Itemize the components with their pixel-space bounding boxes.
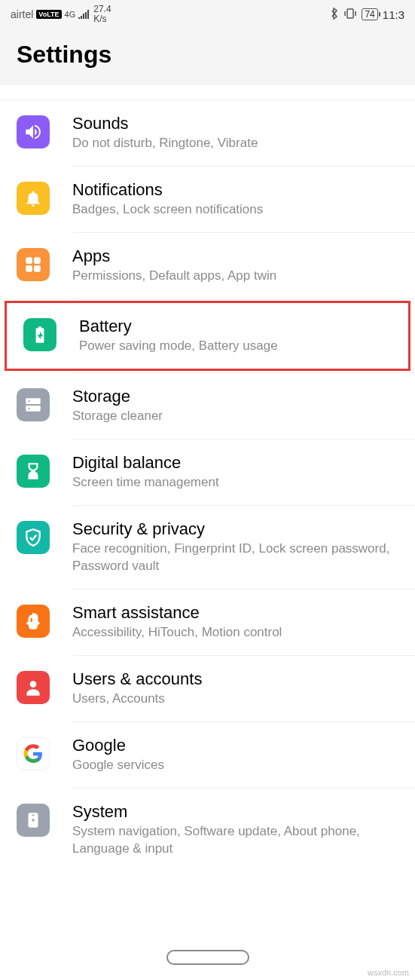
- security-icon: [17, 521, 50, 554]
- item-title: Users & accounts: [72, 669, 398, 689]
- item-subtitle: Power saving mode, Battery usage: [79, 338, 392, 355]
- item-subtitle: Accessibility, HiTouch, Motion control: [72, 624, 398, 642]
- settings-item-apps[interactable]: Apps Permissions, Default apps, App twin: [0, 233, 415, 299]
- settings-item-google[interactable]: Google Google services: [0, 722, 415, 788]
- settings-item-system[interactable]: System System navigation, Software updat…: [0, 789, 415, 871]
- settings-item-security[interactable]: Security & privacy Face recognition, Fin…: [0, 506, 415, 589]
- item-subtitle: Do not disturb, Ringtone, Vibrate: [72, 135, 398, 152]
- partial-row-top: [0, 85, 415, 100]
- divider: [72, 299, 415, 299]
- settings-item-users[interactable]: Users & accounts Users, Accounts: [0, 656, 415, 721]
- item-subtitle: Badges, Lock screen notifications: [72, 201, 398, 219]
- watermark: wsxdn.com: [368, 968, 409, 977]
- notifications-icon: [17, 182, 50, 215]
- svg-point-9: [30, 681, 37, 688]
- item-title: Apps: [72, 247, 398, 266]
- svg-rect-4: [34, 265, 41, 272]
- battery-icon: [23, 318, 56, 351]
- status-right: 74 11:3: [330, 8, 404, 22]
- item-title: Google: [72, 736, 398, 755]
- item-subtitle: Permissions, Default apps, App twin: [72, 268, 398, 285]
- gesture-nav-pill[interactable]: [166, 950, 249, 965]
- network-speed: 27.4 K/s: [93, 5, 111, 24]
- svg-rect-6: [26, 406, 41, 412]
- svg-point-11: [32, 819, 34, 821]
- svg-rect-0: [347, 9, 353, 18]
- item-title: Storage: [72, 387, 398, 406]
- settings-list[interactable]: Sounds Do not disturb, Ringtone, Vibrate…: [0, 85, 415, 871]
- settings-item-smart-assistance[interactable]: Smart assistance Accessibility, HiTouch,…: [0, 590, 415, 655]
- status-bar: airtel VoLTE 4G 27.4 K/s 74 11:3: [0, 0, 415, 26]
- carrier-label: airtel: [11, 8, 33, 20]
- svg-rect-3: [26, 265, 32, 272]
- battery-level: 74: [365, 9, 374, 20]
- battery-indicator: 74: [362, 8, 377, 20]
- status-left: airtel VoLTE 4G 27.4 K/s: [11, 5, 111, 24]
- item-title: Digital balance: [72, 453, 398, 473]
- clock: 11:3: [383, 8, 404, 21]
- storage-icon: [17, 388, 50, 421]
- settings-item-sounds[interactable]: Sounds Do not disturb, Ringtone, Vibrate: [0, 100, 415, 166]
- system-icon: [17, 804, 50, 837]
- svg-point-8: [29, 408, 30, 409]
- svg-rect-2: [34, 258, 41, 265]
- speed-unit: K/s: [93, 14, 111, 24]
- item-title: Smart assistance: [72, 603, 398, 623]
- svg-rect-12: [32, 814, 34, 816]
- svg-rect-5: [26, 398, 41, 404]
- settings-item-notifications[interactable]: Notifications Badges, Lock screen notifi…: [0, 167, 415, 232]
- svg-point-7: [29, 400, 30, 402]
- svg-rect-1: [26, 258, 32, 265]
- sounds-icon: [17, 115, 50, 149]
- digital-balance-icon: [17, 455, 50, 488]
- smart-assistance-icon: [17, 605, 50, 638]
- item-title: Sounds: [72, 114, 398, 133]
- signal-icon: [78, 8, 90, 21]
- item-title: Notifications: [72, 180, 398, 200]
- vibrate-icon: [343, 8, 357, 21]
- settings-item-battery[interactable]: Battery Power saving mode, Battery usage: [5, 301, 410, 371]
- network-type: 4G: [65, 11, 76, 19]
- item-subtitle: Storage cleaner: [72, 408, 398, 425]
- item-title: System: [72, 802, 398, 822]
- google-icon: [17, 737, 50, 770]
- users-icon: [17, 671, 50, 704]
- item-subtitle: Face recognition, Fingerprint ID, Lock s…: [72, 541, 398, 575]
- page-title: Settings: [17, 41, 398, 69]
- item-subtitle: System navigation, Software update, Abou…: [72, 823, 398, 858]
- apps-icon: [17, 248, 50, 281]
- item-subtitle: Users, Accounts: [72, 691, 398, 708]
- volte-badge: VoLTE: [36, 10, 61, 19]
- settings-header: Settings: [0, 26, 415, 85]
- item-title: Security & privacy: [72, 519, 398, 539]
- item-subtitle: Google services: [72, 757, 398, 774]
- settings-item-digital-balance[interactable]: Digital balance Screen time management: [0, 439, 415, 505]
- item-title: Battery: [79, 317, 392, 336]
- bluetooth-icon: [330, 8, 339, 22]
- settings-item-storage[interactable]: Storage Storage cleaner: [0, 373, 415, 439]
- item-subtitle: Screen time management: [72, 474, 398, 492]
